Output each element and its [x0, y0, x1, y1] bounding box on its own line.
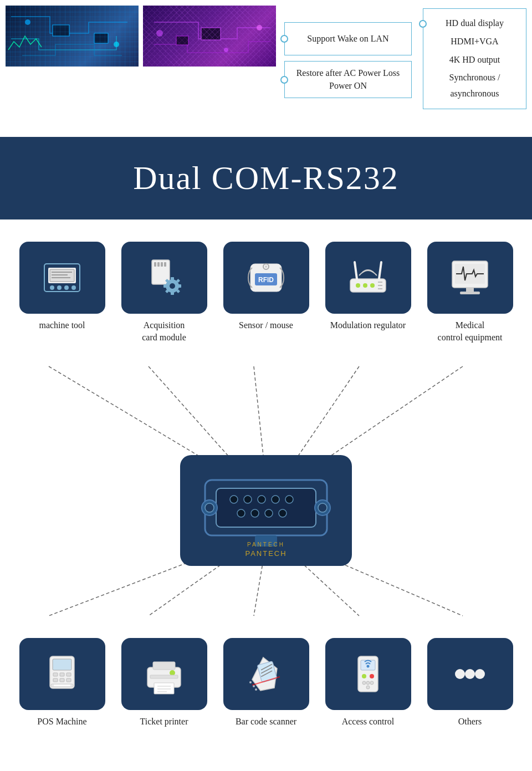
svg-point-70 — [318, 503, 327, 512]
svg-point-9 — [257, 25, 262, 30]
machine-tool-icon-box — [19, 242, 105, 314]
pos-label: POS Machine — [37, 716, 86, 728]
svg-point-79 — [279, 509, 287, 517]
svg-rect-88 — [60, 678, 64, 682]
svg-point-115 — [370, 681, 374, 685]
feature-wake-text: Support Wake on LAN — [307, 33, 388, 45]
dot-indicator-1 — [280, 35, 288, 43]
svg-rect-13 — [50, 269, 74, 282]
icon-item-machine-tool: machine tool — [15, 242, 109, 331]
feature-display: HD dual display HDMI+VGA 4K HD output Sy… — [423, 8, 526, 109]
svg-point-39 — [265, 265, 267, 268]
svg-rect-84 — [53, 673, 58, 676]
top-icon-row: machine tool — [6, 242, 526, 344]
svg-point-17 — [71, 285, 76, 290]
svg-point-72 — [244, 496, 252, 503]
svg-rect-6 — [201, 28, 221, 40]
router-icon-box — [325, 242, 411, 314]
svg-point-10 — [224, 48, 228, 52]
svg-point-3 — [25, 19, 30, 25]
icon-item-medical: Medicalcontrol equipment — [423, 242, 517, 344]
svg-rect-53 — [466, 288, 474, 292]
svg-point-112 — [370, 674, 374, 678]
icon-item-sensor: RFID Sensor / mouse — [219, 242, 313, 331]
svg-rect-29 — [171, 277, 174, 280]
rfid-icon-box: RFID — [223, 242, 309, 314]
svg-rect-25 — [164, 262, 166, 267]
feature-wake-on-lan: Support Wake on LAN — [284, 22, 412, 55]
svg-point-77 — [251, 509, 259, 517]
svg-text:PANTECH: PANTECH — [247, 542, 285, 548]
watermark-text: PANTECH — [245, 549, 287, 558]
svg-point-47 — [370, 283, 375, 288]
svg-point-45 — [356, 283, 360, 288]
svg-rect-7 — [176, 36, 188, 45]
machine-tool-label: machine tool — [39, 319, 85, 331]
svg-rect-1 — [53, 25, 69, 36]
svg-point-8 — [156, 30, 163, 37]
icon-item-acquisition-card: Acquisitioncard module — [117, 242, 211, 344]
svg-point-28 — [170, 283, 175, 289]
feature-power-text: Restore after AC Power Loss Power ON — [296, 67, 400, 92]
svg-rect-2 — [94, 33, 108, 43]
feature-hdmi-vga: HDMI+VGA — [434, 34, 515, 50]
others-label: Others — [458, 716, 482, 728]
top-images — [6, 6, 276, 67]
svg-rect-23 — [157, 262, 160, 267]
svg-rect-31 — [163, 284, 167, 288]
banner-title: Dual COM-RS232 — [11, 159, 521, 197]
svg-point-15 — [57, 285, 62, 290]
barcode-scanner-label: Bar code scanner — [236, 716, 296, 728]
svg-rect-91 — [54, 685, 70, 686]
svg-point-78 — [265, 509, 273, 517]
feature-4k: 4K HD output — [434, 52, 515, 68]
access-control-label: Access control — [342, 716, 395, 728]
svg-point-71 — [230, 496, 238, 503]
svg-rect-30 — [171, 292, 174, 295]
svg-point-74 — [272, 496, 279, 503]
svg-line-43 — [355, 262, 357, 279]
medical-icon-box — [427, 242, 513, 314]
acquisition-card-icon-box — [121, 242, 207, 314]
svg-point-46 — [363, 283, 367, 288]
com-connector-center: PANTECH PANTECH — [180, 455, 352, 566]
svg-rect-0 — [6, 6, 139, 67]
top-section: Support Wake on LAN Restore after AC Pow… — [0, 0, 532, 120]
svg-point-116 — [366, 686, 370, 689]
top-image-row — [6, 6, 276, 67]
modulation-label: Modulation regulator — [330, 319, 406, 331]
svg-rect-32 — [178, 284, 181, 288]
feature-power-loss: Restore after AC Power Loss Power ON — [284, 61, 412, 98]
svg-point-114 — [366, 681, 370, 685]
circuit-image-2 — [143, 6, 276, 67]
svg-point-16 — [64, 285, 69, 290]
svg-rect-85 — [60, 673, 64, 676]
svg-line-44 — [379, 262, 381, 279]
svg-rect-86 — [66, 673, 71, 676]
svg-point-113 — [362, 681, 366, 685]
svg-point-68 — [205, 503, 214, 512]
sensor-label: Sensor / mouse — [239, 319, 293, 331]
feature-hd-display: HD dual display — [434, 16, 515, 32]
svg-rect-66 — [216, 488, 316, 527]
svg-point-106 — [255, 688, 257, 691]
svg-rect-99 — [150, 675, 178, 678]
top-icons-section: machine tool — [0, 231, 532, 350]
svg-text:RFID: RFID — [258, 276, 274, 284]
medical-label: Medicalcontrol equipment — [438, 319, 503, 344]
icon-item-modulation: Modulation regulator — [321, 242, 415, 331]
svg-point-105 — [253, 685, 255, 687]
dot-indicator-3 — [419, 20, 427, 28]
banner-section: Dual COM-RS232 — [0, 137, 532, 219]
svg-point-76 — [237, 509, 245, 517]
svg-point-107 — [249, 681, 252, 683]
svg-rect-87 — [53, 678, 58, 682]
ticket-printer-label: Ticket printer — [140, 716, 188, 728]
svg-point-75 — [285, 496, 293, 503]
acquisition-card-label: Acquisitioncard module — [142, 319, 186, 344]
svg-point-14 — [50, 285, 54, 290]
feature-sync: Synchronous / asynchronous — [434, 70, 515, 102]
feature-boxes: Support Wake on LAN Restore after AC Pow… — [284, 6, 412, 98]
svg-rect-22 — [154, 262, 156, 267]
svg-point-4 — [114, 42, 119, 47]
